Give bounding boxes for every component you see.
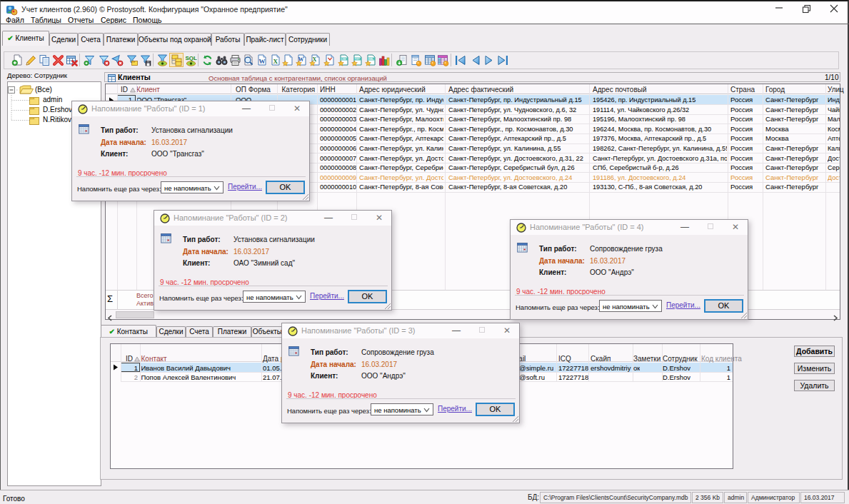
svg-text:XML: XML bbox=[368, 58, 374, 61]
svg-text:CSV: CSV bbox=[341, 58, 346, 61]
svg-text:W: W bbox=[258, 58, 265, 65]
svg-text:TXT: TXT bbox=[355, 58, 361, 61]
svg-text:X: X bbox=[273, 58, 278, 65]
svg-text:SQL: SQL bbox=[185, 55, 197, 61]
